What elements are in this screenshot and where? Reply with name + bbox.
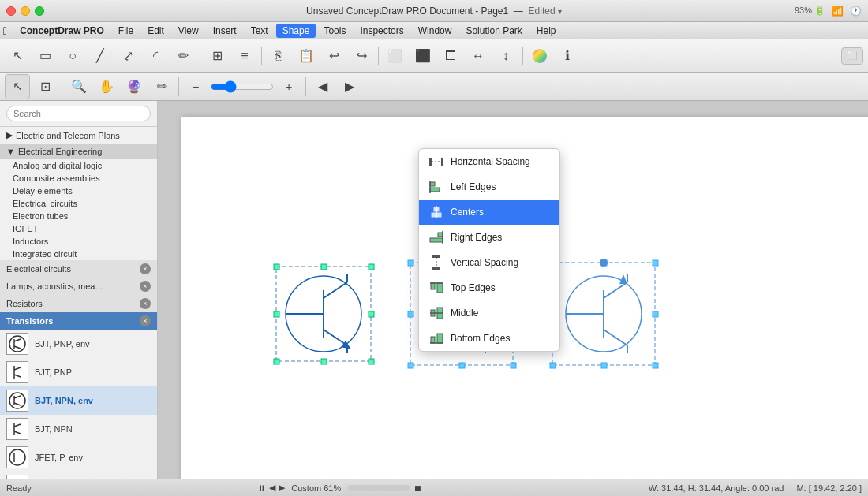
redo-btn[interactable]: ↪: [349, 43, 374, 69]
paste-btn[interactable]: 📋: [294, 43, 319, 69]
menu-item-edit[interactable]: Edit: [141, 24, 170, 38]
sidebar-item-jfet-p[interactable]: JFET, P: [0, 472, 157, 479]
group-btn[interactable]: ⬜: [383, 43, 408, 69]
sidebar-cat-analog[interactable]: Analog and digital logic: [0, 159, 157, 172]
select-tool-btn[interactable]: ↖: [5, 43, 30, 69]
grid-view-btn[interactable]: ⊞: [204, 43, 230, 69]
svg-line-30: [324, 282, 347, 298]
traffic-lights[interactable]: [6, 6, 44, 16]
flip-h-btn[interactable]: ↔: [466, 43, 491, 69]
zoom-slider[interactable]: [211, 80, 274, 93]
connector-tool-btn[interactable]: ⤤: [115, 43, 140, 69]
list-view-btn[interactable]: ≡: [232, 43, 257, 69]
menu-item-text[interactable]: Text: [245, 24, 275, 38]
sidebar-cat-electron[interactable]: Electron tubes: [0, 210, 157, 222]
freehand-tool-btn[interactable]: ✏: [170, 43, 196, 69]
svg-line-67: [604, 330, 627, 345]
menu-item-inspectors[interactable]: Inspectors: [354, 24, 410, 38]
prev-page-btn[interactable]: ◀: [310, 74, 335, 99]
sidebar-cat-delay[interactable]: Delay elements: [0, 185, 157, 197]
zoom-pan-btn[interactable]: ✋: [94, 74, 119, 99]
help-btn[interactable]: ℹ: [555, 43, 580, 69]
svg-rect-27: [369, 359, 374, 364]
canvas-area[interactable]: Horizontal Spacing Left Edges Centers: [158, 101, 868, 479]
menu-item-tools[interactable]: Tools: [317, 24, 352, 38]
sidebar-lib-transistors[interactable]: Transistors ×: [0, 312, 157, 330]
menu-item-solution-park[interactable]: Solution Park: [459, 24, 528, 38]
sidebar-section-electric[interactable]: ▶ Electric and Telecom Plans: [0, 127, 157, 144]
dropdown-item-vertical-spacing[interactable]: Vertical Spacing: [419, 250, 559, 275]
menu-item-view[interactable]: View: [172, 24, 205, 38]
sidebar-item-jfet-p-env[interactable]: JFET, P, env: [0, 443, 157, 472]
zoom-fit-btn[interactable]: ⊡: [32, 74, 58, 99]
svg-rect-26: [321, 359, 327, 364]
scroll-right-btn[interactable]: ⏹: [413, 483, 422, 493]
ungroup-btn[interactable]: ⬛: [410, 43, 436, 69]
menu-item-help[interactable]: Help: [530, 24, 563, 38]
pencil-btn[interactable]: ✏: [149, 74, 174, 99]
dropdown-item-middle[interactable]: Middle: [419, 300, 559, 326]
fullscreen-button[interactable]: [35, 6, 44, 16]
next-btn[interactable]: ▶: [279, 483, 285, 493]
copy-btn[interactable]: ⎘: [266, 43, 291, 69]
menu-item-file[interactable]: File: [112, 24, 140, 38]
dropdown-item-left-edges[interactable]: Left Edges: [419, 174, 559, 200]
sidebar-item-bjt-pnp[interactable]: BJT, PNP: [0, 358, 157, 386]
bjt-npn-icon: [6, 418, 28, 440]
minimize-button[interactable]: [21, 6, 30, 16]
menu-item-shape[interactable]: Shape: [276, 24, 316, 38]
app-menu-item[interactable]: ConceptDraw PRO: [13, 24, 110, 38]
sidebar-cat-inductors[interactable]: Inductors: [0, 235, 157, 248]
centers-icon: [428, 204, 444, 220]
svg-line-2: [14, 339, 21, 341]
sidebar-lib-resistors[interactable]: Resistors ×: [0, 295, 157, 312]
apple-menu[interactable]: : [3, 24, 7, 37]
sidebar-cat-electrical[interactable]: Electrical circuits: [0, 197, 157, 210]
dropdown-item-right-edges[interactable]: Right Edges: [419, 225, 559, 250]
sidebar-item-bjt-npn-env[interactable]: BJT, NPN, env: [0, 386, 157, 415]
sidebar-lib-electrical[interactable]: Electrical circuits ×: [0, 260, 157, 278]
dropdown-item-top-edges[interactable]: Top Edges: [419, 275, 559, 300]
toolbar2-sep-2: [178, 77, 179, 96]
svg-rect-73: [441, 158, 443, 166]
sidebar-item-bjt-pnp-env[interactable]: BJT, PNP, env: [0, 330, 157, 358]
close-button[interactable]: [6, 6, 16, 16]
sidebar-section-electrical[interactable]: ▼ Electrical Engineering: [0, 144, 157, 159]
left-edges-icon: [428, 179, 444, 195]
ellipse-tool-btn[interactable]: ○: [60, 43, 85, 69]
menu-item-insert[interactable]: Insert: [207, 24, 243, 38]
inspector-panel-btn[interactable]: ⬜: [841, 47, 863, 65]
svg-rect-59: [653, 311, 658, 317]
menu-item-window[interactable]: Window: [412, 24, 458, 38]
horizontal-spacing-icon: [428, 154, 444, 170]
next-page-btn[interactable]: ▶: [337, 74, 362, 99]
zoom-magic-btn[interactable]: 🔮: [122, 74, 147, 99]
dropdown-item-bottom-edges[interactable]: Bottom Edges: [419, 326, 559, 351]
sidebar-cat-integrated[interactable]: Integrated circuit: [0, 248, 157, 260]
sidebar-cat-composite[interactable]: Composite assemblies: [0, 172, 157, 185]
bjt-npn-env-icon: [6, 390, 28, 412]
zoom-in-btn2[interactable]: +: [276, 74, 301, 99]
middle-icon: [428, 305, 444, 321]
search-input[interactable]: [6, 106, 151, 121]
prev-btn[interactable]: ◀: [269, 483, 275, 493]
zoom-out-btn[interactable]: −: [183, 74, 208, 99]
undo-btn[interactable]: ↩: [321, 43, 346, 69]
pointer-btn[interactable]: ↖: [5, 74, 30, 99]
align-dropdown-menu: Horizontal Spacing Left Edges Centers: [418, 148, 560, 352]
dropdown-item-horizontal-spacing[interactable]: Horizontal Spacing: [419, 149, 559, 174]
arc-tool-btn[interactable]: ◜: [143, 43, 168, 69]
line-tool-btn[interactable]: ╱: [88, 43, 113, 69]
sidebar-item-bjt-npn[interactable]: BJT, NPN: [0, 415, 157, 443]
rectangle-tool-btn[interactable]: ▭: [32, 43, 58, 69]
sidebar-lib-lamps[interactable]: Lamps, acoustics, mea... ×: [0, 278, 157, 295]
align-btn[interactable]: ⧠: [438, 43, 463, 69]
svg-rect-20: [274, 264, 279, 270]
sidebar-cat-igfet[interactable]: IGFET: [0, 222, 157, 235]
scroll-left-btn[interactable]: ⏸: [257, 483, 266, 493]
color-btn[interactable]: [527, 43, 552, 69]
zoom-label[interactable]: Custom 61%: [288, 483, 344, 493]
zoom-in-btn[interactable]: 🔍: [66, 74, 92, 99]
flip-v-btn[interactable]: ↕: [493, 43, 518, 69]
dropdown-item-centers[interactable]: Centers: [419, 200, 559, 225]
